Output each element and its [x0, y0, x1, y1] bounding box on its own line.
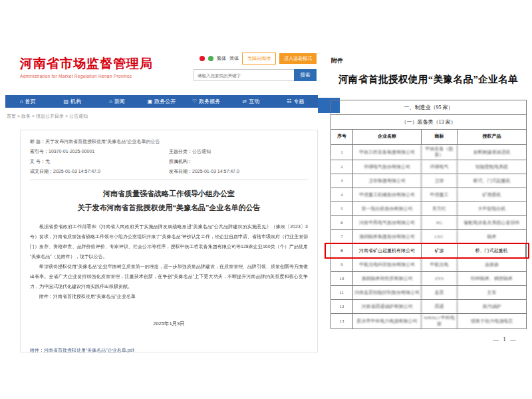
disclosure-icon: ▣	[148, 99, 153, 104]
authorized-products-cell: 特种轴承、精密轴承	[458, 272, 526, 285]
interaction-icon: ⇌	[242, 99, 247, 104]
company-name-cell: 河南平高电气股份有限公司	[353, 216, 422, 229]
row-number-cell: 3	[331, 174, 353, 188]
table-header-cell: 授权产品	[458, 130, 526, 144]
site-logo[interactable]: 河南省市场监督管理局 Administration for Market Reg…	[20, 55, 153, 78]
meta-title-row: 标 题：关于发布河南省首批授权使用“美豫名品”企业名单的公告	[30, 138, 308, 145]
table-header-cell: 企业名称	[353, 130, 422, 144]
wechat-share-icon[interactable]	[208, 56, 213, 61]
announcement-paragraph: 希望获得授权使用“美豫名品”企业牢固树立质量第一的理念，进一步加强质量品牌建设，…	[30, 261, 308, 291]
header-controls: 繁体 简体 无障碍阅读 进入适老模式 搜索	[194, 53, 317, 81]
nav-item-政务公开[interactable]: ▣政务公开	[139, 95, 184, 108]
meta-field: 文 号：无	[30, 158, 169, 165]
home-icon: ⌂	[20, 99, 23, 104]
authorized-products-cell: 输配电设备及系统心要部件	[458, 216, 526, 229]
company-name-cell: 中铁工程装备集团有限公司	[353, 145, 422, 160]
table-row: 5第一拖拉机股份有限公司东方红大中型拖拉机	[331, 202, 526, 216]
company-name-cell: 第一拖拉机股份有限公司	[353, 202, 422, 215]
meta-field-label: 发布日期：	[169, 169, 192, 174]
nav-item-label: 政务公开	[154, 98, 176, 105]
trademark-cell: 中铁装备（图形）	[422, 145, 458, 160]
trademark-cell: 许继电气	[422, 160, 458, 174]
row-number-cell: 1	[331, 145, 353, 160]
nav-item-新闻[interactable]: ⌂新闻	[94, 95, 139, 108]
nav-item-label: 机构	[70, 98, 81, 105]
accessibility-reading-button[interactable]: 无障碍阅读	[242, 53, 276, 65]
table-section-band-manufacturing: 一、制造业（95 家）	[331, 100, 526, 115]
trademark-cell: 矿源	[422, 244, 458, 257]
lang-simplified-link[interactable]: 简体	[229, 55, 239, 62]
authorized-products-cell: 叉车	[458, 286, 526, 299]
table-row: 1中铁工程装备集团有限公司中铁装备（图形）全断面隧道掘进机	[331, 145, 526, 160]
nav-item-label: 首页	[25, 98, 35, 105]
breadcrumb[interactable]: 首页 > 政务 > 信息公开目录 > 公告通知	[5, 108, 318, 124]
company-name-cell: 新乡市中科电力电源有限公司	[353, 314, 422, 329]
row-number-cell: 5	[331, 202, 353, 215]
site-masthead: 河南省市场监督管理局 Administration for Market Reg…	[5, 50, 318, 95]
announcement-paragraph: 根据省委省政府工作部署和《河南省人民政府关于实施品牌发展战略推进“美豫名品”公共…	[30, 221, 308, 261]
trademark-cell: 嘉晨	[422, 286, 458, 299]
meta-field-label: 索引号：	[30, 149, 49, 154]
authorized-products-cell: 桥式、门式起重机	[458, 174, 526, 188]
lang-traditional-link[interactable]: 繁体	[217, 55, 226, 62]
company-name-cell: 许继电气股份有限公司	[353, 160, 422, 174]
row-number-cell: 7	[331, 230, 353, 243]
nav-item-互动[interactable]: ⇌互动	[229, 95, 273, 108]
table-row: 12河南省四通锅炉有限公司四通蒸汽锅炉	[331, 300, 526, 314]
elder-mode-button[interactable]: 进入适老模式	[279, 53, 317, 64]
news-icon: ⌂	[109, 99, 112, 104]
search-button[interactable]: 搜索	[294, 69, 317, 81]
trademark-cell: 卫华	[422, 174, 458, 188]
meta-field-value: 2025-01-03 14:57:47.0	[192, 169, 239, 174]
page-number: — 1 —	[493, 336, 517, 342]
row-number-cell: 13	[331, 314, 353, 329]
main-navigation: ⌂首页▤机构⌂新闻▣政务公开♡政务服务⇌互动☷专题	[5, 95, 318, 108]
table-header-cell: 序号	[331, 130, 353, 144]
table-row-highlighted: 8河南省矿山起重机有限公司矿源桥、门式起重机	[331, 244, 526, 258]
site-title: 河南省市场监督管理局	[20, 55, 153, 72]
meta-divider	[30, 180, 308, 180]
row-number-cell: 12	[331, 300, 353, 313]
company-list-table: 一、制造业（95 家） （一）装备类（13 家） 序号企业名称商标授权产品 1中…	[331, 100, 527, 329]
announcement-body: 根据省委省政府工作部署和《河南省人民政府关于实施品牌发展战略推进“美豫名品”公共…	[30, 221, 308, 291]
meta-field-value: 无	[45, 159, 50, 164]
nav-item-首页[interactable]: ⌂首页	[5, 95, 50, 108]
nav-item-政务服务[interactable]: ♡政务服务	[184, 95, 229, 108]
authorized-products-cell: 桥、门式起重机	[458, 244, 526, 257]
authorized-products-cell: 矿用磨机	[458, 188, 526, 201]
authorized-products-cell: 连接器	[458, 258, 526, 271]
company-name-cell: 中信重工机械股份有限公司	[353, 188, 422, 201]
attachment-label: 附件	[331, 57, 531, 65]
company-name-cell: 洛阳轴承研究所有限公司	[353, 272, 422, 285]
nav-item-专题[interactable]: ☷专题	[273, 95, 318, 108]
table-row: 4中信重工机械股份有限公司中信重工矿用磨机	[331, 188, 526, 202]
row-number-cell: 6	[331, 216, 353, 229]
authorized-products-cell: 轴承	[458, 230, 526, 243]
table-row: 11河南嘉晨智能控制股份有限公司嘉晨叉车	[331, 286, 526, 300]
attachment-pdf-link[interactable]: 附件：河南省首批授权使用“美豫名品”企业名单.pdf	[30, 347, 308, 354]
topics-icon: ☷	[287, 99, 291, 104]
nav-item-机构[interactable]: ▤机构	[50, 95, 94, 108]
weibo-share-icon[interactable]	[200, 56, 205, 61]
meta-title-value: 关于发布河南省首批授权使用“美豫名品”企业名单的公告	[45, 139, 160, 144]
table-header-row: 序号企业名称商标授权产品	[331, 130, 526, 145]
authorized-products-cell: 全断面隧道掘进机	[458, 145, 526, 160]
row-number-cell: 2	[331, 160, 353, 174]
meta-field: 成文日期：2025-01-03 14:57:47.0	[30, 168, 169, 175]
site-title-english: Administration for Market Regulation Hen…	[20, 74, 153, 78]
meta-field: 索引号：10370-01-2025-00001	[30, 148, 169, 155]
company-name-cell: 中航光电科技股份有限公司	[353, 258, 422, 271]
table-body: 1中铁工程装备集团有限公司中铁装备（图形）全断面隧道掘进机2许继电气股份有限公司…	[331, 145, 526, 329]
screenshot-stage: 河南省市场监督管理局 Administration for Market Reg…	[0, 0, 532, 399]
company-name-cell: 河南省四通锅炉有限公司	[353, 300, 422, 313]
row-number-cell: 4	[331, 188, 353, 201]
meta-field-label: 文 号：	[30, 159, 45, 164]
trademark-cell: 四通	[422, 300, 458, 313]
services-icon: ♡	[192, 99, 197, 104]
authorized-products-cell: 大中型拖拉机	[458, 202, 526, 215]
org-icon: ▤	[63, 99, 68, 104]
table-row: 13新乡市中科电力电源有限公司WHXLJ 中科电源锂离子动力电池电芯	[331, 314, 526, 329]
search-input[interactable]	[194, 69, 294, 81]
meta-fields: 索引号：10370-01-2025-00001主题分类：公告通知文 号：无所属机…	[30, 148, 308, 175]
trademark-cell: LYC	[422, 230, 458, 243]
